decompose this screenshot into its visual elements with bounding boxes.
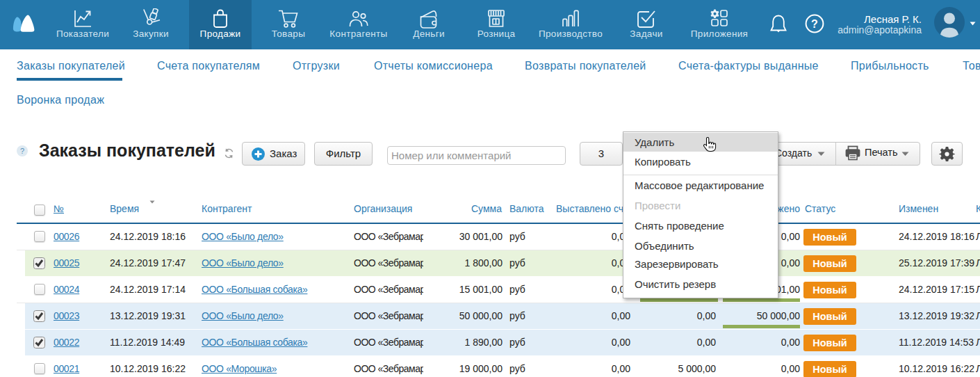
svg-text:?: ? [811, 18, 818, 30]
